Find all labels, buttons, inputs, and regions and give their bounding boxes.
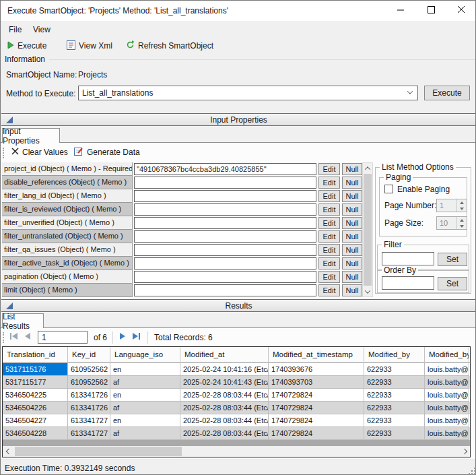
table-cell[interactable]: 5346504227: [3, 414, 68, 427]
table-cell[interactable]: louis.batty@nint: [425, 363, 469, 376]
table-cell[interactable]: 1740393676: [269, 363, 364, 376]
properties-vertical-scrollbar[interactable]: [362, 162, 373, 297]
table-row[interactable]: 5346504225613341726en2025-02-28 08:03:44…: [3, 389, 470, 402]
null-button[interactable]: Null: [342, 177, 362, 189]
property-value-input[interactable]: [134, 257, 316, 270]
method-dropdown[interactable]: List_all_translations: [78, 86, 418, 100]
null-button[interactable]: Null: [342, 163, 362, 175]
selected-table-cell[interactable]: 5317115176: [3, 363, 68, 376]
tab-list-results[interactable]: List Results: [2, 313, 44, 328]
generate-data-button[interactable]: Generate Data: [70, 145, 144, 160]
table-cell[interactable]: 5346504228: [3, 427, 68, 440]
menu-file[interactable]: File: [5, 24, 26, 36]
table-row[interactable]: 5317115176610952562en2025-02-24 10:41:16…: [3, 363, 470, 376]
property-value-input[interactable]: [134, 190, 316, 202]
table-cell[interactable]: 2025-02-28 08:03:44 (Etc/UTC): [180, 389, 269, 402]
table-cell[interactable]: 613341727: [68, 427, 110, 440]
spinner-down-icon[interactable]: [457, 223, 467, 229]
table-cell[interactable]: 622933: [364, 376, 425, 389]
table-cell[interactable]: 613341727: [68, 414, 110, 427]
null-button[interactable]: Null: [342, 217, 362, 229]
table-cell[interactable]: 2025-02-24 10:41:16 (Etc/UTC): [180, 363, 269, 376]
scrollbar-thumb[interactable]: [364, 174, 372, 286]
table-cell[interactable]: 622933: [364, 414, 425, 427]
table-cell[interactable]: af: [110, 427, 180, 440]
table-cell[interactable]: 622933: [364, 363, 425, 376]
table-cell[interactable]: 622933: [364, 402, 425, 414]
close-button[interactable]: [446, 1, 476, 21]
table-cell[interactable]: en: [110, 389, 180, 402]
table-cell[interactable]: 2025-02-28 08:03:44 (Etc/UTC): [180, 427, 269, 440]
edit-button[interactable]: Edit: [318, 284, 340, 296]
order-by-input[interactable]: [382, 276, 434, 290]
null-button[interactable]: Null: [342, 244, 362, 256]
scrollbar-thumb[interactable]: [15, 447, 182, 456]
table-cell[interactable]: 1740729824: [269, 402, 364, 414]
edit-button[interactable]: Edit: [318, 177, 340, 189]
table-cell[interactable]: 2025-02-28 08:03:44 (Etc/UTC): [180, 414, 269, 427]
table-cell[interactable]: louis.batty@nint: [425, 376, 469, 389]
next-page-button[interactable]: [118, 332, 126, 342]
table-cell[interactable]: 5346504225: [3, 389, 68, 402]
property-value-input[interactable]: [134, 217, 316, 229]
view-xml-button[interactable]: View Xml: [63, 38, 116, 53]
scroll-right-button[interactable]: [459, 447, 469, 456]
property-value-input[interactable]: [134, 244, 316, 256]
column-header[interactable]: Modified_by_: [425, 347, 469, 363]
current-page-input[interactable]: 1: [38, 331, 88, 344]
property-value-input[interactable]: "4910678367bc4ccba3db29.40825855": [134, 163, 316, 175]
spinner-up-icon[interactable]: [457, 217, 467, 223]
input-properties-section-header[interactable]: Input Properties: [1, 113, 476, 126]
filter-set-button[interactable]: Set: [438, 253, 467, 266]
column-header[interactable]: Key_id: [68, 347, 110, 363]
toolbar-grip[interactable]: [3, 148, 5, 158]
spinner-up-icon[interactable]: [457, 199, 467, 205]
edit-button[interactable]: Edit: [318, 271, 340, 283]
property-value-input[interactable]: [134, 284, 316, 296]
table-cell[interactable]: en: [110, 414, 180, 427]
column-header[interactable]: Modified_at: [180, 347, 269, 363]
edit-button[interactable]: Edit: [318, 190, 340, 202]
table-cell[interactable]: en: [110, 363, 180, 376]
table-cell[interactable]: louis.batty@nint: [425, 427, 469, 440]
null-button[interactable]: Null: [342, 271, 362, 283]
column-header[interactable]: Modified_at_timestamp: [269, 347, 364, 363]
edit-button[interactable]: Edit: [318, 217, 340, 229]
minimize-button[interactable]: [386, 1, 416, 21]
table-cell[interactable]: 1740393703: [269, 376, 364, 389]
last-page-button[interactable]: [132, 332, 141, 342]
table-cell[interactable]: louis.batty@nint: [425, 389, 469, 402]
table-cell[interactable]: 1740729824: [269, 414, 364, 427]
first-page-button[interactable]: [9, 332, 19, 342]
property-value-input[interactable]: [134, 271, 316, 283]
table-cell[interactable]: 5317115177: [3, 376, 68, 389]
table-cell[interactable]: 2025-02-28 08:03:44 (Etc/UTC): [180, 402, 269, 414]
table-cell[interactable]: af: [110, 376, 180, 389]
table-cell[interactable]: 1740729824: [269, 427, 364, 440]
table-row[interactable]: 5317115177610952562af2025-02-24 10:41:43…: [3, 376, 470, 389]
edit-button[interactable]: Edit: [318, 244, 340, 256]
spinner-down-icon[interactable]: [457, 205, 467, 212]
tab-input-properties[interactable]: Input Properties: [2, 128, 60, 143]
pager-grip[interactable]: [3, 332, 5, 343]
execute-toolbar-button[interactable]: Execute: [3, 38, 50, 53]
menu-view[interactable]: View: [29, 24, 55, 36]
table-cell[interactable]: 622933: [364, 427, 425, 440]
edit-button[interactable]: Edit: [318, 230, 340, 243]
page-number-spinner[interactable]: 1: [436, 199, 467, 212]
table-row[interactable]: 5346504227613341727en2025-02-28 08:03:44…: [3, 414, 470, 427]
property-value-input[interactable]: [134, 230, 316, 243]
results-section-header[interactable]: Results: [1, 299, 476, 312]
scroll-left-button[interactable]: [3, 447, 13, 456]
table-cell[interactable]: louis.batty@nint: [425, 402, 469, 414]
table-row[interactable]: 5346504226613341726af2025-02-28 08:03:44…: [3, 402, 470, 414]
order-by-set-button[interactable]: Set: [438, 277, 467, 290]
table-cell[interactable]: louis.batty@nint: [425, 414, 469, 427]
table-row[interactable]: 5346504228613341727af2025-02-28 08:03:44…: [3, 427, 470, 440]
scroll-down-button[interactable]: [363, 286, 372, 296]
maximize-button[interactable]: [416, 1, 446, 21]
column-header[interactable]: Translation_id: [3, 347, 68, 363]
null-button[interactable]: Null: [342, 284, 362, 296]
edit-button[interactable]: Edit: [318, 163, 340, 175]
table-cell[interactable]: 610952562: [68, 376, 110, 389]
